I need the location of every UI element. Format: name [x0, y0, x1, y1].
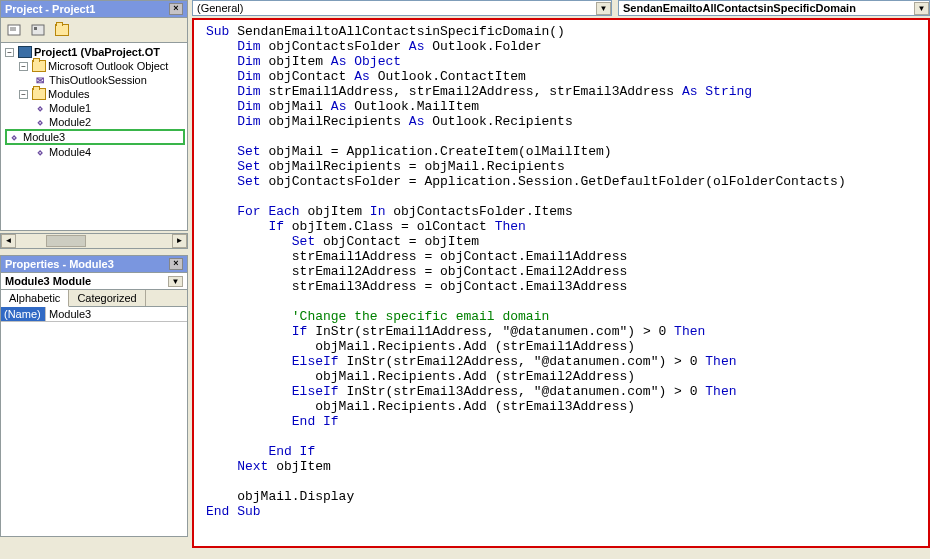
project-toolbar [0, 18, 188, 43]
object-dropdown[interactable]: (General)▼ [192, 0, 612, 16]
tree-this-session[interactable]: ✉ThisOutlookSession [5, 73, 185, 87]
procedure-dropdown[interactable]: SendanEmailtoAllContactsinSpecificDomain… [618, 0, 930, 16]
module-icon: ⋄ [33, 102, 47, 114]
tree-module3[interactable]: ⋄Module3 [5, 129, 185, 145]
properties-close-button[interactable]: × [169, 258, 183, 270]
properties-pane-title: Properties - Module3 × [0, 255, 188, 273]
project-tree[interactable]: −Project1 (VbaProject.OT −Microsoft Outl… [0, 43, 188, 231]
tree-root-label: Project1 (VbaProject.OT [34, 46, 160, 58]
scroll-left-arrow[interactable]: ◄ [1, 234, 16, 248]
tab-categorized[interactable]: Categorized [69, 290, 145, 306]
procedure-dropdown-value: SendanEmailtoAllContactsinSpecificDomain [623, 2, 856, 14]
tree-modules-folder[interactable]: −Modules [5, 87, 185, 101]
scroll-thumb[interactable] [46, 235, 86, 247]
folder-icon [32, 88, 46, 100]
expander-icon[interactable]: − [19, 90, 28, 99]
module-icon: ⋄ [33, 146, 47, 158]
tree-module4[interactable]: ⋄Module4 [5, 145, 185, 159]
property-name-label: (Name) [1, 307, 46, 322]
module-icon: ⋄ [33, 116, 47, 128]
expander-icon[interactable]: − [19, 62, 28, 71]
property-row-name[interactable]: (Name) Module3 [1, 307, 187, 322]
tree-root[interactable]: −Project1 (VbaProject.OT [5, 45, 185, 59]
code-editor[interactable]: Sub SendanEmailtoAllContactsinSpecificDo… [192, 18, 930, 548]
tree-label: Module1 [49, 102, 91, 114]
toggle-folders-button[interactable] [51, 20, 73, 40]
tree-label: Module2 [49, 116, 91, 128]
vba-project-icon [18, 46, 32, 58]
tree-label: Module3 [23, 131, 65, 143]
dropdown-arrow-icon[interactable]: ▼ [168, 276, 183, 287]
property-name-value[interactable]: Module3 [46, 307, 187, 322]
tree-module1[interactable]: ⋄Module1 [5, 101, 185, 115]
view-object-button[interactable] [27, 20, 49, 40]
dropdown-arrow-icon[interactable]: ▼ [596, 2, 611, 15]
properties-object-selector[interactable]: Module3 Module ▼ [0, 273, 188, 290]
tree-module2[interactable]: ⋄Module2 [5, 115, 185, 129]
view-code-button[interactable] [3, 20, 25, 40]
object-dropdown-value: (General) [197, 2, 243, 14]
properties-tabs: Alphabetic Categorized [0, 290, 188, 307]
tree-label: Microsoft Outlook Object [48, 60, 168, 72]
tree-label: ThisOutlookSession [49, 74, 147, 86]
outlook-object-icon: ✉ [33, 74, 47, 86]
expander-icon[interactable]: − [5, 48, 14, 57]
folder-icon [55, 24, 69, 36]
tree-label: Module4 [49, 146, 91, 158]
tree-label: Modules [48, 88, 90, 100]
code-content[interactable]: Sub SendanEmailtoAllContactsinSpecificDo… [194, 20, 928, 523]
project-title-text: Project - Project1 [5, 3, 95, 15]
project-close-button[interactable]: × [169, 3, 183, 15]
svg-rect-4 [34, 27, 37, 30]
svg-rect-3 [32, 25, 44, 35]
properties-grid[interactable]: (Name) Module3 [0, 307, 188, 537]
tab-alphabetic[interactable]: Alphabetic [1, 290, 69, 307]
tree-outlook-objects[interactable]: −Microsoft Outlook Object [5, 59, 185, 73]
scroll-right-arrow[interactable]: ► [172, 234, 187, 248]
module-icon: ⋄ [7, 131, 21, 143]
project-h-scrollbar[interactable]: ◄► [0, 233, 188, 249]
folder-icon [32, 60, 46, 72]
dropdown-arrow-icon[interactable]: ▼ [914, 2, 929, 15]
properties-title-text: Properties - Module3 [5, 258, 114, 270]
project-pane-title: Project - Project1 × [0, 0, 188, 18]
properties-object-label: Module3 Module [5, 275, 164, 287]
